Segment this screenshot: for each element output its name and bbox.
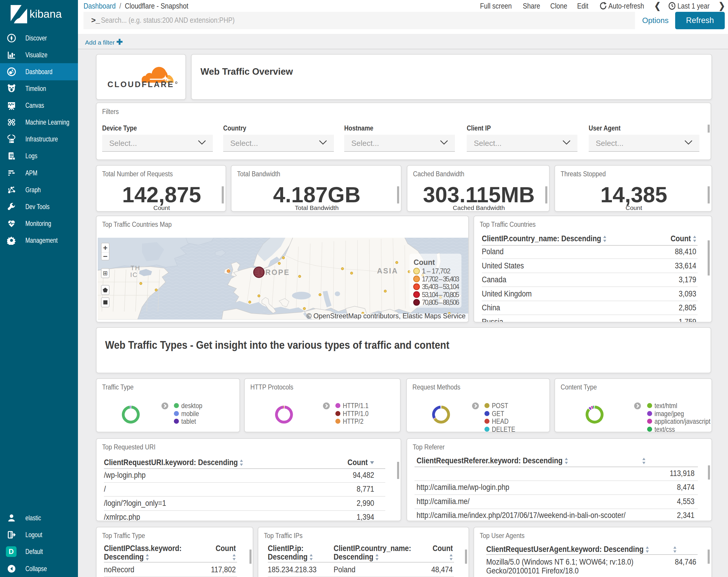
svg-text:TH: TH	[130, 264, 140, 272]
svg-text:IC: IC	[130, 271, 138, 278]
svg-text:© OpenStreetMap contributors,: © OpenStreetMap contributors, Elastic Ma…	[307, 312, 466, 320]
svg-text:ASIA: ASIA	[377, 267, 398, 275]
svg-text:35,403 – 53,104: 35,403 – 53,104	[422, 283, 459, 291]
svg-text:53,104 – 70,805: 53,104 – 70,805	[422, 291, 459, 299]
svg-text:70,805 – 88,506: 70,805 – 88,506	[422, 299, 459, 306]
svg-text:1 – 17,702: 1 – 17,702	[422, 267, 450, 275]
svg-text:CLOUDFLARE: CLOUDFLARE	[107, 80, 174, 89]
svg-text:17,702 – 35,403: 17,702 – 35,403	[422, 275, 459, 283]
svg-text:Count: Count	[414, 258, 435, 266]
